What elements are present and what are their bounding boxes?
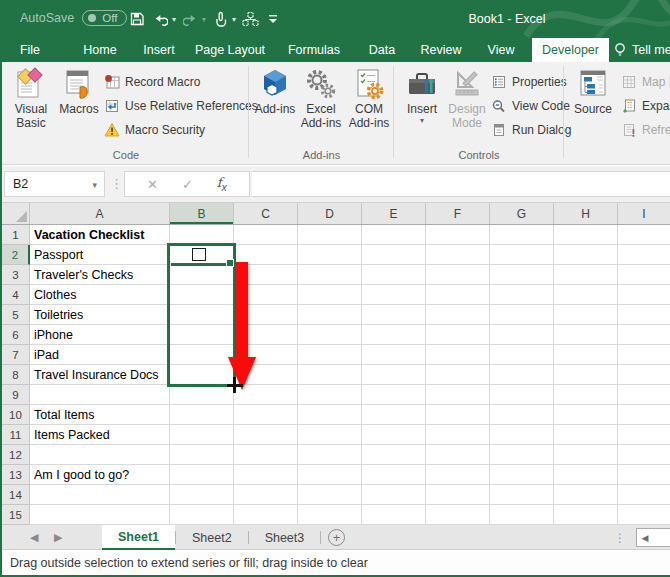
cell-a1[interactable]: Vacation Checklist xyxy=(30,225,170,245)
cell-a2[interactable]: Passport xyxy=(30,245,170,265)
scroll-left-arrow-icon[interactable]: ◀ xyxy=(637,533,653,543)
tab-data[interactable]: Data xyxy=(364,38,400,62)
tab-page-layout[interactable]: Page Layout xyxy=(194,38,266,62)
excel-addins-button[interactable]: Excel Add-ins xyxy=(298,66,344,130)
sheet-tab-sheet2[interactable]: Sheet2 xyxy=(176,525,248,550)
row-header-7[interactable]: 7 xyxy=(2,345,30,365)
row-header-4[interactable]: 4 xyxy=(2,285,30,305)
tab-developer[interactable]: Developer xyxy=(532,38,609,62)
row-header-6[interactable]: 6 xyxy=(2,325,30,345)
col-header-a[interactable]: A xyxy=(30,203,170,224)
col-header-b[interactable]: B xyxy=(170,203,234,224)
redo-dropdown[interactable]: ▾ xyxy=(202,15,206,24)
horizontal-scrollbar[interactable]: ◀ xyxy=(636,528,670,547)
design-mode-button[interactable]: Design Mode xyxy=(445,66,489,130)
row-header-10[interactable]: 10 xyxy=(2,405,30,425)
next-sheet-arrow-icon[interactable]: ▶ xyxy=(54,525,62,550)
macros-button[interactable]: Macros xyxy=(56,66,102,116)
expansion-packs-button[interactable]: Expansion Packs xyxy=(621,96,670,116)
cells-row-13[interactable] xyxy=(170,465,670,485)
cell-a4[interactable]: Clothes xyxy=(30,285,170,305)
tab-home[interactable]: Home xyxy=(76,38,124,62)
cells-row-12[interactable] xyxy=(170,445,670,465)
run-dialog-button[interactable]: Run Dialog xyxy=(491,120,571,140)
cell-a8[interactable]: Travel Insurance Docs xyxy=(30,365,170,385)
row-header-2[interactable]: 2 xyxy=(2,245,30,265)
col-header-e[interactable]: E xyxy=(362,203,426,224)
cells-row-10[interactable] xyxy=(170,405,670,425)
customize-qat-button[interactable] xyxy=(264,8,282,30)
cell-a10[interactable]: Total Items xyxy=(30,405,170,425)
touch-mode-dropdown[interactable]: ▾ xyxy=(232,15,236,24)
cells-row-1[interactable] xyxy=(170,225,670,245)
cells-row-11[interactable] xyxy=(170,425,670,445)
addins-button[interactable]: Add-ins xyxy=(254,66,296,116)
hierarchy-diagram-button[interactable] xyxy=(241,8,259,30)
insert-function-icon[interactable]: fx xyxy=(217,175,227,193)
row-header-1[interactable]: 1 xyxy=(2,225,30,245)
tab-formulas[interactable]: Formulas xyxy=(286,38,342,62)
cancel-icon[interactable]: ✕ xyxy=(147,177,158,192)
use-relative-references-button[interactable]: Use Relative References xyxy=(104,96,258,116)
new-sheet-button[interactable]: + xyxy=(328,529,345,546)
sheet-tab-sheet3[interactable]: Sheet3 xyxy=(249,525,321,550)
cell-a6[interactable]: iPhone xyxy=(30,325,170,345)
row-header-11[interactable]: 11 xyxy=(2,425,30,445)
row-header-14[interactable]: 14 xyxy=(2,485,30,505)
enter-icon[interactable]: ✓ xyxy=(182,177,193,192)
select-all-corner[interactable] xyxy=(2,203,30,224)
col-header-d[interactable]: D xyxy=(298,203,362,224)
tab-bar-resize-grip[interactable]: ⋮ xyxy=(614,525,626,550)
save-button[interactable] xyxy=(128,8,146,30)
cell-a5[interactable]: Toiletries xyxy=(30,305,170,325)
undo-button[interactable] xyxy=(151,8,169,30)
autosave-toggle[interactable]: Off xyxy=(82,10,127,26)
insert-control-button[interactable]: Insert ▾ xyxy=(401,66,443,125)
refresh-data-button[interactable]: Refresh Data xyxy=(621,120,670,140)
cell-a13[interactable]: Am I good to go? xyxy=(30,465,170,485)
formula-input[interactable] xyxy=(252,171,670,197)
cell-a11[interactable]: Items Packed xyxy=(30,425,170,445)
cells-row-14[interactable] xyxy=(170,485,670,505)
fill-handle[interactable] xyxy=(226,259,234,267)
cell-a14[interactable] xyxy=(30,485,170,505)
cells-row-15[interactable] xyxy=(170,505,670,525)
row-header-15[interactable]: 15 xyxy=(2,505,30,525)
checkbox-control[interactable] xyxy=(192,248,206,261)
name-box-dropdown-icon[interactable]: ▾ xyxy=(92,180,97,190)
cell-a12[interactable] xyxy=(30,445,170,465)
col-header-c[interactable]: C xyxy=(234,203,298,224)
com-addins-button[interactable]: COM Add-ins xyxy=(346,66,392,130)
tab-review[interactable]: Review xyxy=(418,38,464,62)
cell-a7[interactable]: iPad xyxy=(30,345,170,365)
formula-bar-grip[interactable]: ⋮ xyxy=(110,171,123,197)
row-header-5[interactable]: 5 xyxy=(2,305,30,325)
row-header-3[interactable]: 3 xyxy=(2,265,30,285)
macro-security-button[interactable]: Macro Security xyxy=(104,120,205,140)
cell-a3[interactable]: Traveler's Checks xyxy=(30,265,170,285)
tab-file[interactable]: File xyxy=(14,38,46,62)
touch-mouse-mode-button[interactable] xyxy=(211,8,229,30)
prev-sheet-arrow-icon[interactable]: ◀ xyxy=(30,525,38,550)
col-header-f[interactable]: F xyxy=(426,203,490,224)
sheet-tab-sheet1[interactable]: Sheet1 xyxy=(102,525,175,550)
undo-dropdown[interactable]: ▾ xyxy=(172,15,176,24)
redo-button[interactable] xyxy=(181,8,199,30)
view-code-button[interactable]: View Code xyxy=(491,96,570,116)
tab-view[interactable]: View xyxy=(483,38,519,62)
tab-insert[interactable]: Insert xyxy=(136,38,182,62)
visual-basic-button[interactable]: Visual Basic xyxy=(8,66,54,130)
cell-a15[interactable] xyxy=(30,505,170,525)
col-header-g[interactable]: G xyxy=(490,203,554,224)
tell-me-box[interactable]: Tell me what you want to do xyxy=(614,38,670,62)
autosave-control[interactable]: AutoSave Off xyxy=(20,10,127,26)
map-properties-button[interactable]: Map Properties xyxy=(621,72,670,92)
row-header-9[interactable]: 9 xyxy=(2,385,30,405)
row-header-13[interactable]: 13 xyxy=(2,465,30,485)
record-macro-button[interactable]: Record Macro xyxy=(104,72,200,92)
col-header-i[interactable]: I xyxy=(618,203,670,224)
cell-a9[interactable] xyxy=(30,385,170,405)
row-header-8[interactable]: 8 xyxy=(2,365,30,385)
row-header-12[interactable]: 12 xyxy=(2,445,30,465)
name-box[interactable]: B2 ▾ xyxy=(4,171,105,197)
